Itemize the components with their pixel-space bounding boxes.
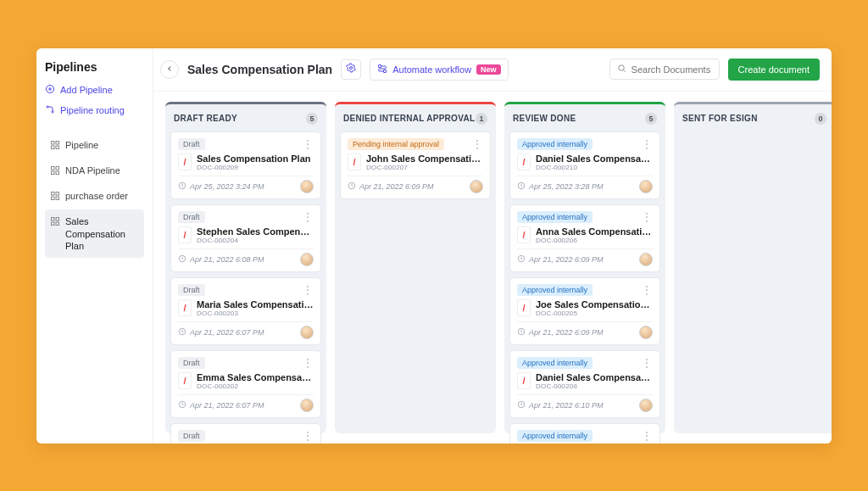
card-more-button[interactable]: ⋮ (641, 138, 653, 150)
clock-icon (517, 254, 526, 265)
clock-icon (517, 400, 526, 410)
card-title: Emma Sales Compensation Q1 (197, 372, 314, 382)
clock-icon (178, 254, 186, 265)
svg-rect-16 (56, 197, 59, 200)
page-title: Sales Compensation Plan (187, 63, 332, 76)
clock-icon (178, 400, 186, 410)
svg-rect-10 (56, 166, 59, 170)
svg-rect-23 (384, 70, 387, 72)
kanban-column: DRAFT READY5Draft⋮/Sales Compensation Pl… (165, 102, 326, 433)
clock-icon (517, 327, 526, 338)
kanban-board: DRAFT READY5Draft⋮/Sales Compensation Pl… (153, 92, 832, 444)
automate-workflow-button[interactable]: Automate workflow New (370, 59, 508, 81)
svg-point-4 (52, 111, 53, 113)
card-timestamp: Apr 21, 2022 6:10 PM (517, 400, 604, 410)
workflow-icon (377, 64, 387, 75)
pipeline-routing-action[interactable]: Pipeline routing (45, 104, 144, 116)
card-title: Daniel Sales Compensation Q1 (536, 372, 653, 382)
column-count: 1 (476, 113, 487, 125)
document-id: DOC-000203 (197, 310, 314, 317)
document-card[interactable]: Pending internal approval⋮/John Sales Co… (340, 131, 491, 199)
settings-button[interactable] (341, 59, 361, 80)
svg-point-3 (47, 106, 48, 108)
svg-point-21 (350, 67, 353, 70)
sidebar-item-pipeline[interactable]: purchase order (45, 184, 144, 209)
svg-rect-7 (52, 146, 55, 149)
card-more-button[interactable]: ⋮ (302, 284, 314, 296)
status-tag: Draft (178, 357, 205, 369)
plus-circle-icon (45, 84, 55, 96)
sidebar-item-label: purchase order (65, 190, 128, 202)
document-id: DOC-000209 (197, 164, 310, 171)
status-tag: Draft (178, 430, 205, 442)
card-more-button[interactable]: ⋮ (302, 357, 314, 369)
avatar (639, 399, 653, 412)
card-more-button[interactable]: ⋮ (641, 430, 653, 442)
back-button[interactable] (160, 60, 179, 79)
svg-rect-19 (52, 222, 55, 226)
document-card[interactable]: Approved internally⋮/Daniel Sales Compen… (509, 131, 660, 199)
search-box[interactable] (609, 59, 720, 80)
grid-icon (50, 139, 60, 153)
card-timestamp: Apr 21, 2022 6:09 PM (517, 327, 604, 338)
avatar (300, 180, 314, 193)
document-id: DOC-000204 (197, 237, 314, 244)
column-header: REVIEW DONE5 (509, 109, 660, 126)
svg-rect-11 (52, 171, 55, 175)
kanban-column: REVIEW DONE5Approved internally⋮/Daniel … (504, 102, 665, 433)
avatar (300, 326, 314, 339)
document-card[interactable]: Draft⋮/Stephen Sales Compensation Q1DOC-… (170, 204, 321, 272)
status-tag: Approved internally (517, 357, 593, 369)
document-icon: / (517, 372, 531, 389)
document-card[interactable]: Approved internally⋮/Sales Compensation … (509, 423, 660, 444)
avatar (639, 326, 653, 339)
grid-icon (50, 215, 60, 229)
sidebar-item-label: Pipeline (65, 139, 98, 151)
sidebar-item-pipeline[interactable]: Sales Compensation Plan (45, 209, 144, 258)
column-count: 0 (815, 113, 826, 125)
card-more-button[interactable]: ⋮ (641, 211, 653, 223)
card-more-button[interactable]: ⋮ (302, 138, 314, 150)
sidebar-title: Pipelines (45, 60, 144, 74)
status-tag: Approved internally (517, 430, 593, 442)
new-badge: New (476, 64, 501, 75)
status-tag: Approved internally (517, 284, 593, 296)
svg-rect-12 (56, 171, 59, 175)
status-tag: Draft (178, 138, 205, 150)
card-more-button[interactable]: ⋮ (302, 211, 314, 223)
status-tag: Approved internally (517, 211, 593, 223)
avatar (300, 399, 314, 412)
add-pipeline-label: Add Pipeline (60, 85, 113, 95)
routing-icon (45, 104, 55, 116)
card-more-button[interactable]: ⋮ (471, 138, 483, 150)
status-tag: Pending internal approval (348, 138, 444, 150)
document-id: DOC-000208 (536, 382, 653, 390)
main-area: Sales Compensation Plan Automate workflo… (153, 48, 832, 444)
document-card[interactable]: Draft⋮/Sales Compensation PlanDOC-000209… (170, 131, 321, 199)
column-title: DENIED INTERNAL APPROVAL (343, 114, 475, 123)
clock-icon (348, 181, 356, 192)
search-input[interactable] (632, 64, 712, 75)
card-more-button[interactable]: ⋮ (641, 357, 653, 369)
sidebar-item-pipeline[interactable]: Pipeline (45, 133, 144, 159)
svg-rect-17 (52, 218, 55, 221)
clock-icon (178, 181, 186, 192)
document-icon: / (178, 299, 192, 316)
svg-rect-6 (56, 141, 59, 144)
card-title: Joe Sales Compensation Q1 (536, 299, 653, 310)
document-card[interactable]: Draft⋮/Maria Sales Compensation Q1DOC-00… (170, 277, 321, 345)
document-card[interactable]: Draft⋮/Emma Sales Compensation Q1DOC-000… (170, 350, 321, 418)
sidebar-item-pipeline[interactable]: NDA Pipeline (45, 159, 144, 184)
document-id: DOC-000205 (536, 310, 653, 317)
add-pipeline-action[interactable]: Add Pipeline (45, 84, 144, 96)
document-card[interactable]: Approved internally⋮/Anna Sales Compensa… (509, 204, 660, 272)
card-more-button[interactable]: ⋮ (302, 430, 314, 442)
document-card[interactable]: Draft⋮/Jacob Sales Compensation Q1DOC-00… (170, 423, 321, 444)
column-header: DRAFT READY5 (170, 109, 321, 126)
create-document-button[interactable]: Create document (728, 59, 820, 81)
document-card[interactable]: Approved internally⋮/Joe Sales Compensat… (509, 277, 660, 345)
card-more-button[interactable]: ⋮ (641, 284, 653, 296)
document-card[interactable]: Approved internally⋮/Daniel Sales Compen… (509, 350, 660, 418)
avatar (300, 253, 314, 266)
column-title: REVIEW DONE (513, 114, 576, 123)
